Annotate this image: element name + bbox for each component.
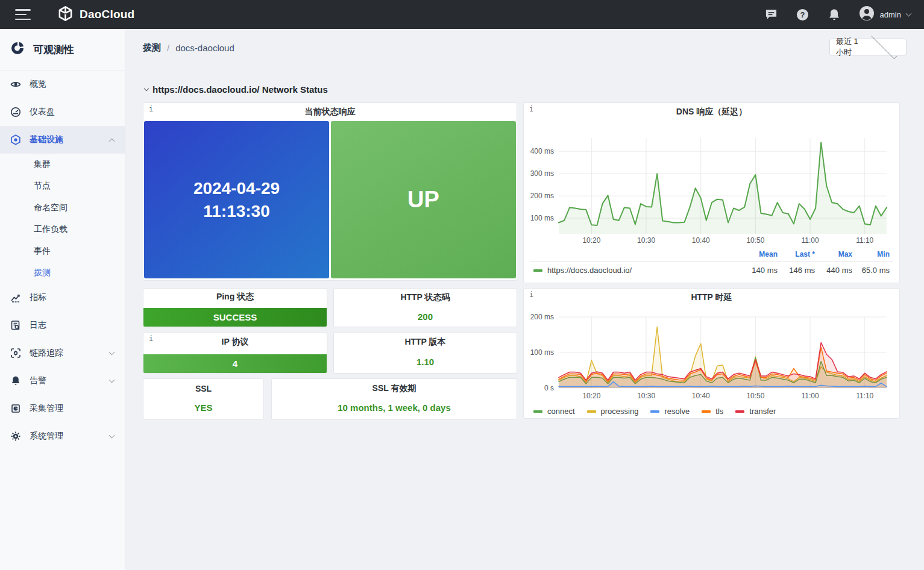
collapse-caret-icon bbox=[144, 86, 149, 90]
http-code-value: 200 bbox=[334, 312, 517, 322]
svg-text:10:50: 10:50 bbox=[746, 236, 764, 245]
sidebar-item-label: 链路追踪 bbox=[30, 348, 63, 359]
series-name[interactable]: https://docs.daocloud.io/ bbox=[547, 266, 740, 275]
section-header[interactable]: https://docs.daocloud.io/ Network Status bbox=[145, 84, 328, 95]
status-up-tile: UP bbox=[331, 121, 516, 278]
sidebar-subitem-clusters[interactable]: 集群 bbox=[0, 154, 125, 175]
sidebar-item-metrics[interactable]: 指标 bbox=[0, 284, 125, 312]
sidebar-subitem-workloads[interactable]: 工作负载 bbox=[0, 219, 125, 240]
panel-dns-latency: i DNS 响应（延迟） 10:2010:3010:4010:5011:0011… bbox=[523, 102, 900, 283]
feedback-icon[interactable] bbox=[765, 8, 778, 21]
username: admin bbox=[880, 10, 901, 19]
series-swatch bbox=[533, 410, 542, 413]
help-icon[interactable]: ? bbox=[796, 8, 809, 21]
sidebar-item-infrastructure[interactable]: 基础设施 bbox=[0, 126, 125, 154]
sidebar-item-logs[interactable]: 日志 bbox=[0, 312, 125, 339]
daocloud-logo-icon bbox=[57, 5, 74, 24]
legend-item-tls[interactable]: tls bbox=[702, 407, 723, 416]
breadcrumb-probes[interactable]: 拨测 bbox=[143, 42, 161, 54]
panel-title[interactable]: Ping 状态 bbox=[143, 289, 327, 305]
trace-scan-icon bbox=[10, 348, 21, 359]
sidebar-subitem-namespaces[interactable]: 命名空间 bbox=[0, 197, 125, 219]
main-content: 拨测 / docs-daocloud 最近 1 小时 https://docs.… bbox=[125, 29, 924, 570]
brand[interactable]: DaoCloud bbox=[57, 5, 134, 24]
breadcrumb-target: docs-daocloud bbox=[175, 43, 234, 53]
panel-ping-status: Ping 状态 SUCCESS bbox=[143, 288, 327, 327]
legend-item-resolve[interactable]: resolve bbox=[650, 407, 690, 416]
panel-title[interactable]: HTTP 时延 bbox=[524, 289, 899, 307]
http-legend: connect processing resolve tls bbox=[524, 403, 899, 416]
http-version-value: 1.10 bbox=[334, 357, 517, 367]
stat-last-link[interactable]: Last * bbox=[778, 250, 815, 258]
series-swatch bbox=[735, 410, 744, 413]
dns-legend-row: https://docs.daocloud.io/ 140 ms 146 ms … bbox=[524, 262, 899, 275]
info-icon[interactable]: i bbox=[529, 105, 533, 113]
stat-min-link[interactable]: Min bbox=[852, 250, 890, 258]
sidebar-item-tracing[interactable]: 链路追踪 bbox=[0, 339, 125, 367]
series-swatch bbox=[587, 410, 596, 413]
svg-text:100 ms: 100 ms bbox=[530, 348, 554, 357]
panel-title[interactable]: 当前状态响应 bbox=[143, 103, 517, 121]
chevron-down-icon bbox=[109, 377, 115, 383]
notifications-bell-icon[interactable] bbox=[828, 8, 841, 21]
sidebar-item-label: 指标 bbox=[30, 292, 46, 303]
svg-text:0 s: 0 s bbox=[544, 384, 554, 392]
legend-item-transfer[interactable]: transfer bbox=[735, 407, 776, 416]
hexagon-infra-icon bbox=[10, 134, 21, 145]
time-range-select[interactable]: 最近 1 小时 bbox=[829, 39, 907, 55]
panel-http-version: HTTP 版本 1.10 bbox=[333, 332, 517, 374]
legend-item-processing[interactable]: processing bbox=[587, 407, 639, 416]
gear-icon bbox=[10, 431, 21, 442]
legend-item-connect[interactable]: connect bbox=[533, 407, 575, 416]
panel-title[interactable]: SSL bbox=[143, 379, 263, 398]
top-navbar: DaoCloud ? admin bbox=[0, 0, 924, 29]
section-title: https://docs.daocloud.io/ Network Status bbox=[152, 84, 328, 95]
panel-title[interactable]: HTTP 状态码 bbox=[334, 289, 517, 307]
sidebar-item-overview[interactable]: 概览 bbox=[0, 70, 125, 98]
panel-title[interactable]: DNS 响应（延迟） bbox=[524, 103, 899, 121]
dns-latency-chart[interactable]: 10:2010:3010:4010:5011:0011:10100 ms200 … bbox=[524, 121, 899, 249]
gauge-icon bbox=[10, 107, 21, 117]
svg-text:200 ms: 200 ms bbox=[530, 313, 554, 321]
series-swatch bbox=[650, 410, 659, 413]
hamburger-menu-icon[interactable] bbox=[15, 9, 31, 20]
svg-text:11:10: 11:10 bbox=[856, 236, 873, 245]
bell-icon bbox=[10, 375, 21, 386]
panel-title[interactable]: IP 协议 bbox=[143, 333, 327, 351]
sidebar-subitem-probes[interactable]: 拨测 bbox=[0, 262, 125, 284]
panel-title[interactable]: SSL 有效期 bbox=[272, 379, 517, 398]
sidebar-item-collection[interactable]: 采集管理 bbox=[0, 395, 125, 422]
svg-text:10:40: 10:40 bbox=[692, 236, 710, 245]
svg-text:?: ? bbox=[800, 11, 805, 19]
stat-last-value: 146 ms bbox=[778, 266, 815, 275]
sidebar-item-label: 基础设施 bbox=[30, 134, 63, 145]
panel-ip-protocol: i IP 协议 4 bbox=[143, 332, 327, 374]
ping-success-bar: SUCCESS bbox=[143, 308, 327, 327]
info-icon[interactable]: i bbox=[529, 290, 533, 299]
sidebar-subitem-events[interactable]: 事件 bbox=[0, 240, 125, 262]
stat-mean-link[interactable]: Mean bbox=[740, 250, 778, 258]
info-icon[interactable]: i bbox=[149, 334, 153, 343]
stat-max-link[interactable]: Max bbox=[815, 250, 852, 258]
svg-text:11:00: 11:00 bbox=[801, 236, 819, 245]
panel-title[interactable]: HTTP 版本 bbox=[334, 333, 517, 352]
svg-text:400 ms: 400 ms bbox=[530, 147, 554, 155]
info-icon[interactable]: i bbox=[149, 105, 153, 113]
http-latency-chart[interactable]: 10:2010:3010:4010:5011:0011:100 s100 ms2… bbox=[524, 307, 899, 403]
sidebar-item-alerts[interactable]: 告警 bbox=[0, 367, 125, 395]
sidebar-subitem-nodes[interactable]: 节点 bbox=[0, 175, 125, 197]
panel-ssl: SSL YES bbox=[143, 378, 264, 420]
product-header[interactable]: 可观测性 bbox=[0, 29, 125, 70]
product-title: 可观测性 bbox=[33, 43, 74, 57]
sidebar-item-label: 日志 bbox=[30, 320, 46, 331]
dns-stats-headers: Mean Last * Max Min bbox=[524, 249, 899, 260]
sidebar: 可观测性 概览 仪表盘 基础设施 集群 节点 命名空间 工作负载 事件 拨测 指… bbox=[0, 29, 125, 570]
svg-text:10:30: 10:30 bbox=[637, 392, 655, 400]
sidebar-item-label: 系统管理 bbox=[30, 431, 63, 442]
user-menu[interactable]: admin bbox=[859, 5, 911, 23]
sidebar-item-label: 仪表盘 bbox=[30, 107, 55, 117]
sidebar-item-dashboards[interactable]: 仪表盘 bbox=[0, 98, 125, 126]
sidebar-item-system[interactable]: 系统管理 bbox=[0, 422, 125, 450]
series-swatch bbox=[533, 269, 542, 272]
ssl-expiry-value: 10 months, 1 week, 0 days bbox=[272, 402, 517, 413]
